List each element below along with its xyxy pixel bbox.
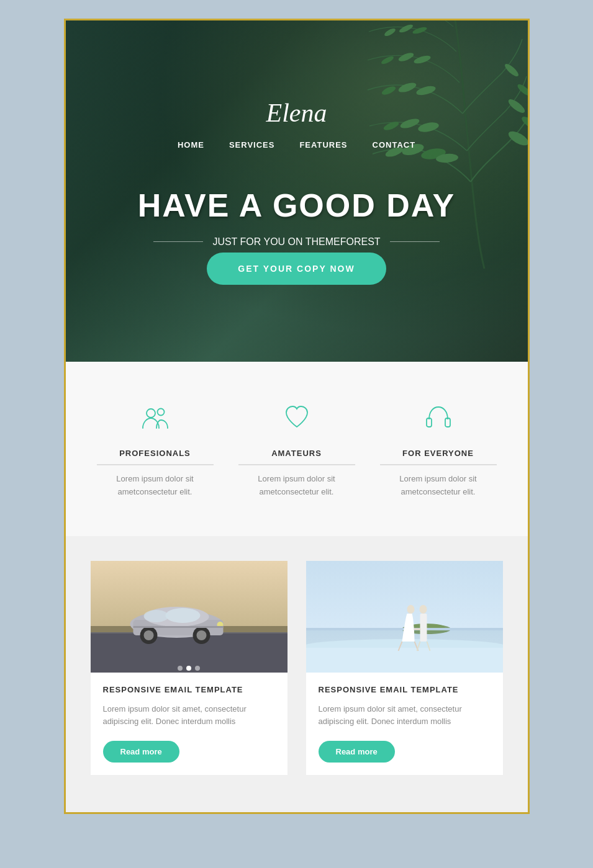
card-1-image — [91, 561, 287, 673]
hero-nav: HOME SERVICES FEATURES CONTACT — [138, 140, 456, 150]
card-1-dots — [91, 666, 287, 673]
card-2-body: RESPONSIVE EMAIL TEMPLATE Lorem ipsum do… — [306, 673, 503, 776]
svg-point-52 — [419, 605, 427, 614]
svg-point-13 — [415, 84, 436, 97]
svg-point-15 — [397, 51, 415, 63]
hero-section: Elena HOME SERVICES FEATURES CONTACT HAV… — [66, 20, 528, 362]
hero-content: Elena HOME SERVICES FEATURES CONTACT HAV… — [138, 98, 456, 285]
svg-rect-25 — [445, 418, 450, 427]
site-logo: Elena — [138, 98, 456, 128]
nav-home[interactable]: HOME — [178, 140, 204, 150]
card-1-body: RESPONSIVE EMAIL TEMPLATE Lorem ipsum do… — [91, 673, 287, 776]
service-professionals: PROFESIONALS Lorem ipsum dolor sit ametc… — [91, 399, 220, 499]
svg-point-20 — [383, 27, 396, 38]
svg-point-18 — [398, 23, 414, 34]
service-amateurs-title: AMATEURS — [238, 449, 355, 465]
svg-point-23 — [157, 409, 164, 416]
card-1: RESPONSIVE EMAIL TEMPLATE Lorem ipsum do… — [91, 561, 287, 776]
service-amateurs-desc: Lorem ipsum dolor sit ametconsectetur el… — [238, 473, 355, 499]
svg-point-19 — [412, 25, 427, 35]
dot-1 — [178, 666, 183, 671]
card-2-read-more[interactable]: Read more — [319, 741, 395, 763]
nav-services[interactable]: SERVICES — [229, 140, 275, 150]
cards-grid: RESPONSIVE EMAIL TEMPLATE Lorem ipsum do… — [91, 561, 503, 776]
hero-cta-button[interactable]: GET YOUR COPY NOW — [207, 253, 386, 285]
hero-subtitle: JUST FOR YOU ON THEMEFOREST — [212, 236, 380, 248]
card-2-title: RESPONSIVE EMAIL TEMPLATE — [319, 685, 491, 694]
card-1-read-more[interactable]: Read more — [103, 741, 179, 763]
service-professionals-title: PROFESIONALS — [97, 449, 214, 465]
svg-point-11 — [397, 81, 417, 94]
svg-point-14 — [503, 62, 520, 78]
svg-point-39 — [143, 630, 153, 640]
svg-rect-24 — [427, 418, 432, 427]
hero-title: HAVE A GOOD DAY — [138, 187, 456, 224]
page-wrapper: Elena HOME SERVICES FEATURES CONTACT HAV… — [64, 19, 530, 814]
services-grid: PROFESIONALS Lorem ipsum dolor sit ametc… — [91, 399, 503, 499]
services-section: PROFESIONALS Lorem ipsum dolor sit ametc… — [66, 362, 528, 536]
dot-2 — [186, 666, 191, 671]
card-1-title: RESPONSIVE EMAIL TEMPLATE — [103, 685, 275, 694]
service-professionals-desc: Lorem ipsum dolor sit ametconsectetur el… — [97, 473, 214, 499]
card-2-desc: Lorem ipsum dolor sit amet, consectetur … — [319, 703, 491, 729]
svg-rect-53 — [420, 614, 427, 642]
heart-icon — [278, 399, 315, 436]
nav-features[interactable]: FEATURES — [299, 140, 347, 150]
service-everyone-desc: Lorem ipsum dolor sit ametconsectetur el… — [380, 473, 497, 499]
svg-point-41 — [196, 630, 206, 640]
headphones-icon — [420, 399, 457, 436]
svg-point-37 — [143, 610, 168, 622]
svg-point-51 — [407, 605, 414, 614]
card-2-image — [306, 561, 503, 673]
cards-section: RESPONSIVE EMAIL TEMPLATE Lorem ipsum do… — [66, 536, 528, 813]
card-2: RESPONSIVE EMAIL TEMPLATE Lorem ipsum do… — [306, 561, 503, 776]
service-amateurs: AMATEURS Lorem ipsum dolor sit ametconse… — [232, 399, 361, 499]
service-everyone-title: FOR EVERYONE — [380, 449, 497, 465]
svg-point-22 — [147, 409, 155, 418]
nav-contact[interactable]: CONTACT — [373, 140, 416, 150]
users-icon — [137, 399, 174, 436]
dot-3 — [195, 666, 200, 671]
svg-point-17 — [413, 54, 432, 65]
svg-point-4 — [506, 128, 528, 148]
card-1-desc: Lorem ipsum dolor sit amet, consectetur … — [103, 703, 275, 729]
svg-rect-50 — [306, 648, 503, 673]
svg-point-36 — [165, 608, 200, 623]
hero-divider: JUST FOR YOU ON THEMEFOREST — [138, 236, 456, 248]
svg-rect-43 — [133, 626, 223, 628]
service-everyone: FOR EVERYONE Lorem ipsum dolor sit ametc… — [374, 399, 503, 499]
